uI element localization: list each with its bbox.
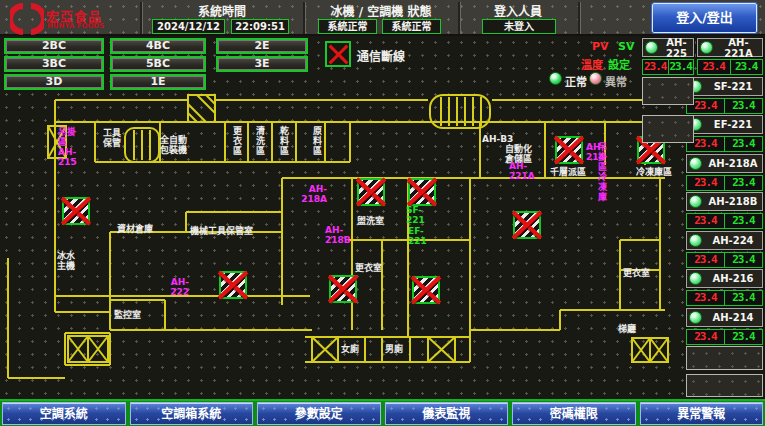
unit-status-led (689, 157, 702, 170)
unit-name-label: AH-225 (660, 37, 693, 59)
room-label: 資材倉庫 (117, 224, 153, 234)
unit-sf-221[interactable]: SF-221 (686, 77, 763, 96)
pv-value: 23.4 (643, 60, 669, 74)
ahu-device-icon (555, 136, 583, 164)
room-label: 乾料區 (278, 126, 289, 156)
room-label: 千層派區 (550, 167, 586, 177)
room-label: 梯廳 (618, 324, 636, 334)
unit-ah-224[interactable]: AH-224 (686, 231, 763, 250)
empty-unit-slot (642, 115, 694, 143)
ahu-device-label: EF-221 (408, 226, 427, 246)
pv-value: 23.4 (687, 330, 725, 344)
nav-button-4[interactable]: 儀表監視 (385, 402, 509, 425)
ahu-device-icon (329, 275, 357, 303)
sv-value: 23.4 (731, 60, 763, 74)
abnormal-led-icon (589, 72, 602, 85)
room-label: 更衣室 (355, 263, 382, 273)
temp-legend-label: 溫度 (581, 56, 603, 72)
sv-value: 23.4 (725, 176, 762, 190)
header-separator (578, 2, 581, 34)
room-label: 原料區 (311, 126, 322, 156)
sv-value: 23.4 (725, 137, 762, 151)
login-logout-button[interactable]: 登入/登出 (652, 3, 757, 33)
chiller-status-value: 系統正常 (318, 19, 377, 34)
pv-value: 23.4 (687, 253, 725, 267)
nav-button-2[interactable]: 空調箱系統 (130, 402, 254, 425)
empty-unit-slot (686, 374, 763, 397)
sv-value: 23.4 (725, 330, 762, 344)
system-time-label: 系統時間 (146, 2, 298, 19)
ahu-device-label: AH-222 (170, 277, 189, 297)
ahu-device-icon (412, 276, 440, 304)
unit-name-label: SF-221 (704, 81, 762, 92)
comm-offline-icon (325, 41, 351, 67)
ahu-device-label: SF-221 (406, 205, 425, 225)
pv-value: 23.4 (687, 214, 725, 228)
floor-button-5bc[interactable]: 5BC (110, 56, 206, 72)
unit-ah-214[interactable]: AH-214 (686, 308, 763, 327)
ahu-device-icon (357, 178, 385, 206)
unit-ah-221a[interactable]: AH-221A (697, 38, 763, 57)
pv-value: 23.4 (687, 291, 725, 305)
floor-button-2e[interactable]: 2E (216, 38, 308, 54)
unit-ah-225[interactable]: AH-225 (642, 38, 694, 57)
floor-button-3e[interactable]: 3E (216, 56, 308, 72)
header-separator (458, 2, 461, 34)
room-label: 更衣室 (623, 268, 650, 278)
unit-ah-218b-values: 23.423.4 (686, 213, 763, 229)
empty-unit-slot (686, 346, 763, 370)
unit-name-label: AH-224 (704, 235, 762, 246)
sv-value: 23.4 (725, 253, 762, 267)
floor-button-3d[interactable]: 3D (4, 74, 104, 90)
floor-button-2bc[interactable]: 2BC (4, 38, 104, 54)
floor-button-3bc[interactable]: 3BC (4, 56, 104, 72)
nav-button-5[interactable]: 密碼權限 (512, 402, 636, 425)
nav-button-6[interactable]: 異常警報 (640, 402, 764, 425)
unit-ah-225-values: 23.423.4 (642, 59, 694, 75)
room-label: 全自動 包裝機 (160, 135, 187, 155)
floor-button-1e[interactable]: 1E (110, 74, 206, 90)
ahu-device-icon (62, 197, 90, 225)
abnormal-legend-label: 異常 (605, 73, 627, 89)
chiller-ahu-status-label: 冰機 / 空調機 狀態 (308, 2, 454, 19)
ahu-device-label: 吊掛區 AH-215 (58, 127, 77, 167)
ahu-device-label: AH-221A (509, 161, 535, 181)
pv-value: 23.4 (698, 60, 731, 74)
hunya-logo: 宏亞食品 HUNYA FOODS (8, 2, 138, 34)
hunya-logo-icon (10, 3, 44, 35)
nav-button-1[interactable]: 空調系統 (2, 402, 126, 425)
system-time-value: 22:09:51 (231, 19, 289, 34)
unit-status-led (689, 234, 702, 247)
unit-name-label: AH-218B (704, 196, 762, 207)
room-label: 盥洗室 (357, 216, 384, 226)
sv-legend-label: SV (618, 40, 634, 53)
room-label: 工具 保管 (103, 128, 121, 148)
unit-name-label: AH-216 (704, 273, 762, 284)
pv-legend-label: PV (592, 40, 609, 53)
unit-ah-216-values: 23.423.4 (686, 290, 763, 306)
room-label: 女廁 (341, 344, 359, 354)
system-date-value: 2024/12/12 (152, 19, 225, 34)
unit-ah-218a-values: 23.423.4 (686, 175, 763, 191)
header-separator (303, 2, 306, 34)
nav-button-3[interactable]: 參數設定 (257, 402, 381, 425)
unit-ah-224-values: 23.423.4 (686, 252, 763, 268)
unit-ah-218a[interactable]: AH-218A (686, 154, 763, 173)
floor-button-4bc[interactable]: 4BC (110, 38, 206, 54)
comm-offline-label: 通信斷線 (357, 47, 405, 64)
unit-status-led (700, 41, 713, 54)
room-label: 更衣區 (231, 126, 242, 156)
unit-status-led (689, 272, 702, 285)
unit-status-led (645, 41, 658, 54)
unit-sf-221-values: 23.423.4 (686, 98, 763, 114)
sv-value: 23.4 (725, 214, 762, 228)
unit-ah-218b[interactable]: AH-218B (686, 192, 763, 211)
logo-subtext: HUNYA FOODS (47, 22, 104, 30)
hvac-scada-screen: 工具 保管全自動 包裝機更衣區清洗區乾料區原料區AH-B3自動化 倉儲區千層派區… (0, 0, 765, 426)
unit-ef-221[interactable]: EF-221 (686, 115, 763, 134)
room-label: 清洗區 (254, 126, 265, 156)
unit-ef-221-values: 23.423.4 (686, 136, 763, 152)
login-status-value: 未登入 (482, 19, 556, 34)
unit-ah-216[interactable]: AH-216 (686, 269, 763, 288)
unit-name-label: EF-221 (704, 119, 762, 130)
